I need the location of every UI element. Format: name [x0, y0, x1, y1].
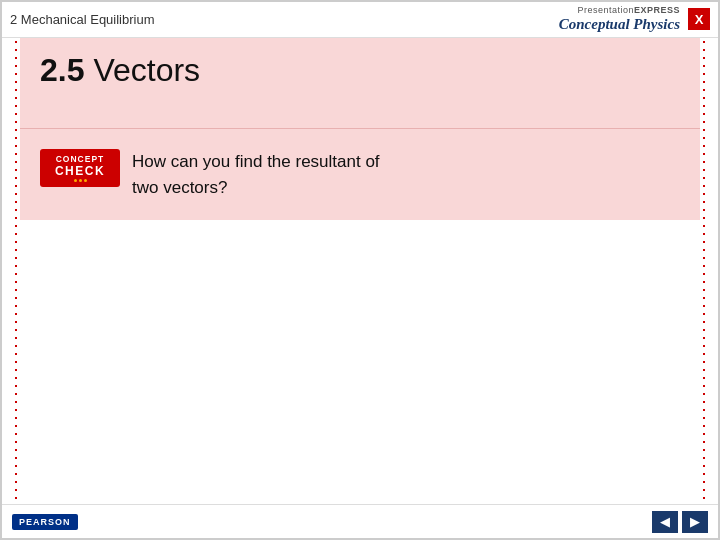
slide-content: 2.5 Vectors CONCEPT CHECK How can you fi… [20, 38, 700, 504]
badge-dots [74, 179, 87, 182]
title-section: 2.5 Vectors [20, 38, 700, 128]
presentation-label: PresentationEXPRESS [559, 6, 680, 16]
slide-container: 2 Mechanical Equilibrium PresentationEXP… [0, 0, 720, 540]
badge-dot-2 [79, 179, 82, 182]
header-bar: 2 Mechanical Equilibrium PresentationEXP… [2, 2, 718, 38]
pearson-logo: PEARSON [12, 514, 78, 530]
badge-dot-3 [84, 179, 87, 182]
chapter-label: 2 Mechanical Equilibrium [10, 12, 155, 27]
header-right: PresentationEXPRESS Conceptual Physics X [559, 6, 710, 32]
left-border-dots [2, 38, 20, 504]
concept-check-text: How can you find the resultant of two ve… [132, 149, 380, 200]
badge-check-label: CHECK [55, 164, 105, 178]
prev-button[interactable] [652, 511, 678, 533]
concept-check-section: CONCEPT CHECK How can you find the resul… [20, 128, 700, 220]
slide-title: 2.5 Vectors [40, 52, 680, 89]
main-area: 2.5 Vectors CONCEPT CHECK How can you fi… [2, 38, 718, 504]
badge-dot-1 [74, 179, 77, 182]
brand-label: Conceptual Physics [559, 16, 680, 33]
footer-bar: PEARSON [2, 504, 718, 538]
right-border-dots [700, 38, 718, 504]
concept-check-badge: CONCEPT CHECK [40, 149, 120, 187]
close-button[interactable]: X [688, 8, 710, 30]
nav-buttons [652, 511, 708, 533]
next-button[interactable] [682, 511, 708, 533]
bottom-section [20, 220, 700, 504]
badge-concept-label: CONCEPT [56, 154, 105, 164]
brand-block: PresentationEXPRESS Conceptual Physics [559, 6, 680, 32]
